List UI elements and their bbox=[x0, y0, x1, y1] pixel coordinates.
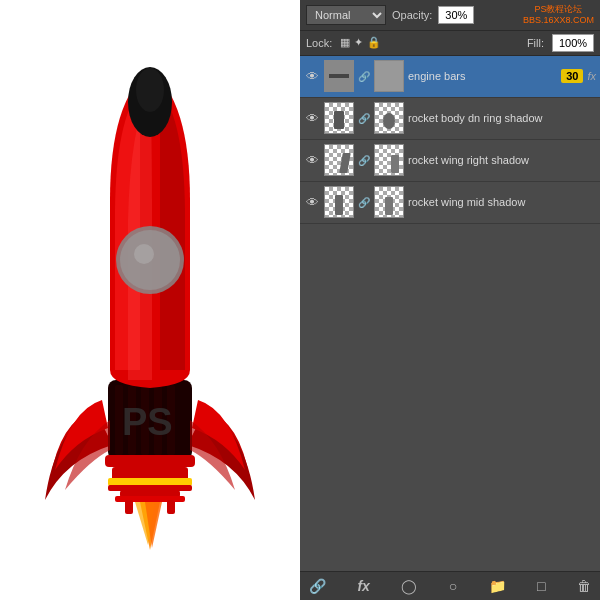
svg-rect-21 bbox=[125, 500, 133, 514]
rocket-container: PS bbox=[40, 40, 260, 560]
svg-point-20 bbox=[136, 68, 164, 112]
layer-thumb-3 bbox=[324, 186, 354, 218]
layer-thumb-alt-0 bbox=[374, 60, 404, 92]
folder-icon[interactable]: 📁 bbox=[486, 576, 509, 596]
panel-top-bar: Normal Opacity: PS教程论坛 BBS.16XX8.COM bbox=[300, 0, 600, 31]
watermark: PS教程论坛 BBS.16XX8.COM bbox=[523, 4, 594, 26]
layer-name-2: rocket wing right shadow bbox=[408, 154, 596, 166]
canvas-area: PS bbox=[0, 0, 300, 600]
eye-icon-1[interactable]: 👁 bbox=[304, 110, 320, 126]
lock-move-icon[interactable]: ✦ bbox=[354, 36, 363, 49]
layer-row-wing-mid[interactable]: 👁 🔗 rocket wing mid shadow bbox=[300, 182, 600, 224]
panel-bottom-bar: 🔗 fx ◯ ○ 📁 □ 🗑 bbox=[300, 571, 600, 600]
new-layer-icon[interactable]: □ bbox=[534, 576, 548, 596]
layer-thumb-alt-1 bbox=[374, 102, 404, 134]
svg-rect-9 bbox=[108, 478, 192, 486]
layer-thumb-1 bbox=[324, 102, 354, 134]
eye-icon-0[interactable]: 👁 bbox=[304, 68, 320, 84]
layer-row-ring-shadow[interactable]: 👁 🔗 rocket body dn ring shadow bbox=[300, 98, 600, 140]
trash-icon[interactable]: 🗑 bbox=[574, 576, 594, 596]
layer-row-engine-bars[interactable]: 👁 🔗 engine bars 30 fx bbox=[300, 56, 600, 98]
lock-all-icon[interactable]: 🔒 bbox=[367, 36, 381, 49]
layer-thumb-alt-2 bbox=[374, 144, 404, 176]
layer-row-wing-right[interactable]: 👁 🔗 rocket wing right shadow bbox=[300, 140, 600, 182]
fx-icon-0: fx bbox=[587, 70, 596, 82]
layer-thumb-2 bbox=[324, 144, 354, 176]
lock-icons: ▦ ✦ 🔒 bbox=[340, 36, 381, 49]
opacity-label: Opacity: bbox=[392, 9, 432, 21]
fill-input[interactable] bbox=[552, 34, 594, 52]
layers-panel: Normal Opacity: PS教程论坛 BBS.16XX8.COM Loc… bbox=[300, 0, 600, 600]
chain-icon-3: 🔗 bbox=[358, 197, 370, 208]
fill-label: Fill: bbox=[527, 37, 544, 49]
svg-rect-7 bbox=[105, 455, 195, 467]
chain-icon-1: 🔗 bbox=[358, 113, 370, 124]
layers-list: 👁 🔗 engine bars 30 fx 👁 🔗 rocket body dn… bbox=[300, 56, 600, 571]
eye-icon-2[interactable]: 👁 bbox=[304, 152, 320, 168]
rocket-svg: PS bbox=[40, 40, 260, 560]
lock-bar: Lock: ▦ ✦ 🔒 Fill: bbox=[300, 31, 600, 56]
lock-label: Lock: bbox=[306, 37, 332, 49]
mask-icon[interactable]: ○ bbox=[446, 576, 460, 596]
opacity-input[interactable] bbox=[438, 6, 474, 24]
chain-icon-0: 🔗 bbox=[358, 71, 370, 82]
lock-pixels-icon[interactable]: ▦ bbox=[340, 36, 350, 49]
layer-thumb-0 bbox=[324, 60, 354, 92]
svg-rect-22 bbox=[167, 500, 175, 514]
layer-name-3: rocket wing mid shadow bbox=[408, 196, 596, 208]
eye-icon-3[interactable]: 👁 bbox=[304, 194, 320, 210]
blend-mode-select[interactable]: Normal bbox=[306, 5, 386, 25]
chain-icon-2: 🔗 bbox=[358, 155, 370, 166]
layer-name-1: rocket body dn ring shadow bbox=[408, 112, 596, 124]
layer-thumb-alt-3 bbox=[374, 186, 404, 218]
svg-text:PS: PS bbox=[122, 401, 173, 443]
fx-button[interactable]: fx bbox=[354, 576, 372, 596]
layer-name-0: engine bars bbox=[408, 70, 557, 82]
svg-point-18 bbox=[134, 244, 154, 264]
link-icon[interactable]: 🔗 bbox=[306, 576, 329, 596]
layer-badge-0: 30 bbox=[561, 69, 583, 83]
adjustment-icon[interactable]: ◯ bbox=[398, 576, 420, 596]
